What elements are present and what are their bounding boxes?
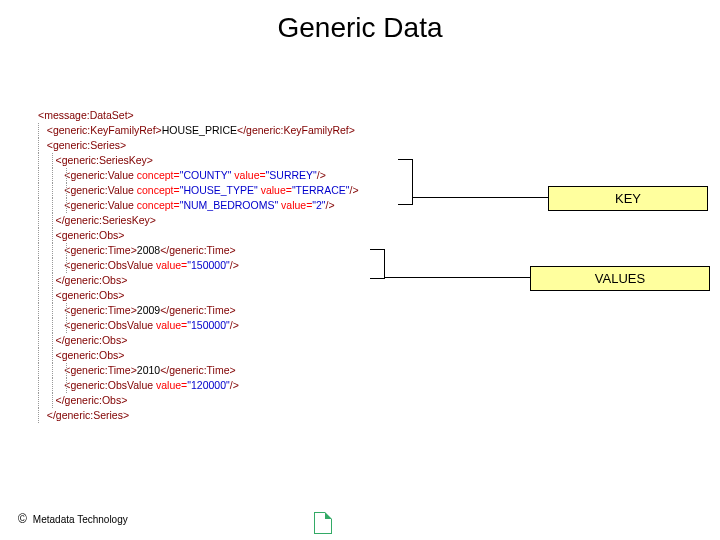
copyright-icon: © [18,512,27,526]
page-title: Generic Data [0,12,720,44]
xml-line: </generic:SeriesKey> [38,213,458,228]
xml-line: <generic:Time>2009</generic:Time> [38,303,458,318]
xml-line: <generic:Obs> [38,288,458,303]
xml-line: <generic:ObsValue value="150000"/> [38,318,458,333]
xml-line: <generic:Obs> [38,228,458,243]
xml-line: <generic:ObsValue value="120000"/> [38,378,458,393]
xml-line: <generic:Obs> [38,348,458,363]
xml-line: <generic:Series> [38,138,458,153]
xml-line: </generic:Obs> [38,333,458,348]
callout-key: KEY [548,186,708,211]
footer: © Metadata Technology [18,512,128,526]
xml-line: <generic:Value concept="COUNTY" value="S… [38,168,458,183]
xml-line: <generic:Value concept="NUM_BEDROOMS" va… [38,198,458,213]
footer-text: Metadata Technology [33,514,128,525]
xml-line: <generic:Time>2010</generic:Time> [38,363,458,378]
xml-line: <generic:SeriesKey> [38,153,458,168]
xml-line: </generic:Obs> [38,273,458,288]
page-logo-icon [314,512,332,534]
xml-line: <generic:ObsValue value="150000"/> [38,258,458,273]
connector-key [412,197,548,198]
bracket-values [370,249,385,279]
callout-values: VALUES [530,266,710,291]
xml-snippet: <message:DataSet> <generic:KeyFamilyRef>… [38,108,458,423]
slide: Generic Data <message:DataSet> <generic:… [0,0,720,540]
xml-line: </generic:Series> [38,408,458,423]
xml-line: <message:DataSet> [38,108,458,123]
xml-line: <generic:Time>2008</generic:Time> [38,243,458,258]
connector-values [384,277,530,278]
xml-line: <generic:KeyFamilyRef>HOUSE_PRICE</gener… [38,123,458,138]
bracket-key [398,159,413,205]
xml-line: </generic:Obs> [38,393,458,408]
xml-line: <generic:Value concept="HOUSE_TYPE" valu… [38,183,458,198]
